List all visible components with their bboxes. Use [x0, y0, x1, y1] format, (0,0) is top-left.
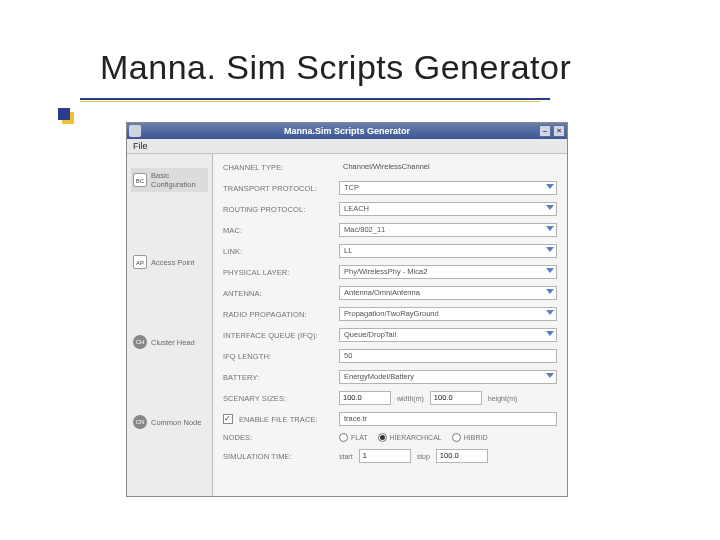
select-transport[interactable]: TCP [339, 181, 557, 195]
sidebar-item-common-node[interactable]: CN Common Node [131, 412, 208, 432]
label-sim-time: SIMULATION TIME: [223, 452, 335, 461]
sidebar-item-cluster-head[interactable]: CH Cluster Head [131, 332, 208, 352]
select-link[interactable]: LL [339, 244, 557, 258]
label-battery: BATTERY: [223, 373, 335, 382]
label-link: LINK: [223, 247, 335, 256]
input-scenario-height[interactable]: 100.0 [430, 391, 482, 405]
select-battery[interactable]: EnergyModel/Battery [339, 370, 557, 384]
checkbox-enable-trace[interactable]: ✓ [223, 414, 233, 424]
row-nodes: NODES: FLAT HIERARCHICAL HIBRID [223, 433, 557, 442]
label-nodes: NODES: [223, 433, 335, 442]
label-channel-type: CHANNEL TYPE: [223, 163, 335, 172]
close-button[interactable]: × [553, 125, 565, 137]
chevron-down-icon [546, 310, 554, 315]
row-battery: BATTERY: EnergyModel/Battery [223, 370, 557, 384]
access-point-icon: AP [133, 255, 147, 269]
cluster-head-icon: CH [133, 335, 147, 349]
slide-title: Manna. Sim Scripts Generator [100, 48, 571, 87]
chevron-down-icon [546, 373, 554, 378]
basic-config-icon: BC [133, 173, 147, 187]
window-controls: – × [539, 125, 565, 137]
input-trace-file[interactable]: trace.tr [339, 412, 557, 426]
label-output-file: ✓ ENABLE FILE TRACE: [223, 414, 335, 424]
chevron-down-icon [546, 226, 554, 231]
row-phy: PHYSICAL LAYER: Phy/WirelessPhy - Mica2 [223, 265, 557, 279]
label-transport: TRANSPORT PROTOCOL: [223, 184, 335, 193]
chevron-down-icon [546, 205, 554, 210]
radio-nodes-hibrid[interactable]: HIBRID [452, 433, 488, 442]
label-scenario-sizes: SCENARY SIZES: [223, 394, 335, 403]
row-ifq-type: INTERFACE QUEUE (IFQ): Queue/DropTail [223, 328, 557, 342]
menu-file[interactable]: File [133, 141, 148, 151]
label-mac: MAC: [223, 226, 335, 235]
row-scenario-sizes: SCENARY SIZES: 100.0 width(m) 100.0 heig… [223, 391, 557, 405]
row-channel-type: CHANNEL TYPE: Channel/WirelessChannel [223, 160, 557, 174]
sidebar-item-label: Access Point [151, 258, 194, 267]
common-node-icon: CN [133, 415, 147, 429]
input-sim-start[interactable]: 1 [359, 449, 411, 463]
app-icon [129, 125, 141, 137]
menubar: File [127, 139, 567, 154]
label-propagation: RADIO PROPAGATION: [223, 310, 335, 319]
row-routing: ROUTING PROTOCOL: LEACH [223, 202, 557, 216]
sidebar-item-access-point[interactable]: AP Access Point [131, 252, 208, 272]
row-link: LINK: LL [223, 244, 557, 258]
input-ifq-length[interactable]: 50 [339, 349, 557, 363]
select-routing[interactable]: LEACH [339, 202, 557, 216]
row-antenna: ANTENNA: Antenna/OmniAntenna [223, 286, 557, 300]
radio-icon [452, 433, 461, 442]
label-sim-stop: stop [417, 453, 430, 460]
label-antenna: ANTENNA: [223, 289, 335, 298]
sidebar-item-label: Cluster Head [151, 338, 195, 347]
label-phy: PHYSICAL LAYER: [223, 268, 335, 277]
titlebar: Manna.Sim Scripts Generator – × [127, 123, 567, 139]
radio-nodes-hierarchical[interactable]: HIERARCHICAL [378, 433, 442, 442]
sidebar-item-label: Basic Configuration [151, 171, 206, 189]
app-body: BC Basic Configuration AP Access Point C… [127, 154, 567, 496]
row-propagation: RADIO PROPAGATION: Propagation/TwoRayGro… [223, 307, 557, 321]
row-mac: MAC: Mac/802_11 [223, 223, 557, 237]
select-mac[interactable]: Mac/802_11 [339, 223, 557, 237]
radio-icon [378, 433, 387, 442]
label-routing: ROUTING PROTOCOL: [223, 205, 335, 214]
main-panel: CHANNEL TYPE: Channel/WirelessChannel TR… [213, 154, 567, 496]
label-ifq-length: IFQ LENGTH: [223, 352, 335, 361]
slide-underline [80, 98, 550, 100]
select-antenna[interactable]: Antenna/OmniAntenna [339, 286, 557, 300]
row-transport: TRANSPORT PROTOCOL: TCP [223, 181, 557, 195]
label-ifq-type: INTERFACE QUEUE (IFQ): [223, 331, 335, 340]
radio-icon [339, 433, 348, 442]
app-window: Manna.Sim Scripts Generator – × File BC … [126, 122, 568, 497]
label-sim-start: start [339, 453, 353, 460]
chevron-down-icon [546, 289, 554, 294]
sidebar: BC Basic Configuration AP Access Point C… [127, 154, 213, 496]
row-ifq-length: IFQ LENGTH: 50 [223, 349, 557, 363]
row-output-file: ✓ ENABLE FILE TRACE: trace.tr [223, 412, 557, 426]
row-sim-time: SIMULATION TIME: start 1 stop 100.0 [223, 449, 557, 463]
sidebar-item-label: Common Node [151, 418, 201, 427]
radio-nodes-flat[interactable]: FLAT [339, 433, 368, 442]
select-phy[interactable]: Phy/WirelessPhy - Mica2 [339, 265, 557, 279]
sidebar-item-basic-config[interactable]: BC Basic Configuration [131, 168, 208, 192]
chevron-down-icon [546, 184, 554, 189]
select-ifq-type[interactable]: Queue/DropTail [339, 328, 557, 342]
select-propagation[interactable]: Propagation/TwoRayGround [339, 307, 557, 321]
input-sim-stop[interactable]: 100.0 [436, 449, 488, 463]
slide-bullet-icon [58, 108, 70, 120]
chevron-down-icon [546, 331, 554, 336]
value-channel-type: Channel/WirelessChannel [339, 160, 557, 174]
label-height-unit: height(m) [488, 395, 518, 402]
input-scenario-width[interactable]: 100.0 [339, 391, 391, 405]
label-width-unit: width(m) [397, 395, 424, 402]
chevron-down-icon [546, 247, 554, 252]
chevron-down-icon [546, 268, 554, 273]
minimize-button[interactable]: – [539, 125, 551, 137]
window-title: Manna.Sim Scripts Generator [284, 126, 410, 136]
